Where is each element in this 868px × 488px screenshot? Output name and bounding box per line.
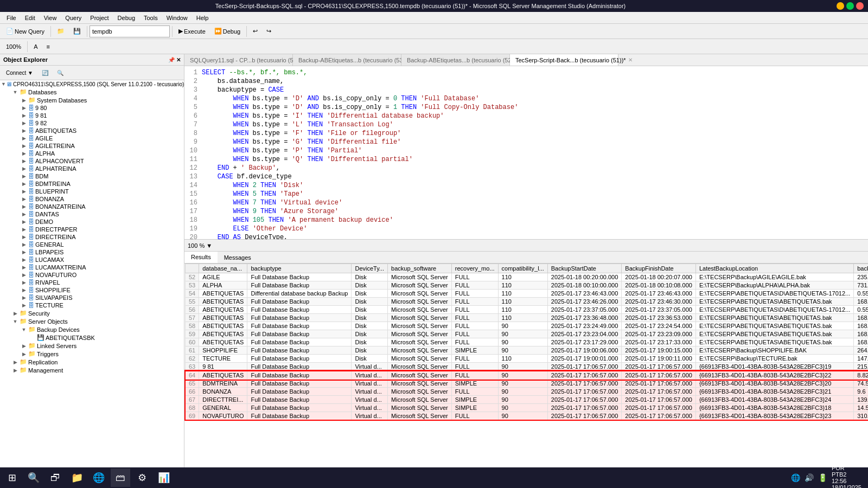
tree-db-rivapel[interactable]: ▶🗄RIVAPEL <box>0 279 184 286</box>
clock-date[interactable]: POR PTB2 12:56 18/01/2025 <box>832 465 861 488</box>
oe-connect-button[interactable]: Connect ▼ <box>2 67 37 79</box>
linked-servers-expander[interactable]: ▶ <box>20 343 28 349</box>
menu-window[interactable]: Window <box>162 14 192 22</box>
tree-server-objects[interactable]: ▼ 📁 Server Objects <box>0 317 184 325</box>
tree-db-shoppilife[interactable]: ▶🗄SHOPPILIFE <box>0 286 184 294</box>
volume-icon[interactable]: 🔊 <box>805 473 814 482</box>
tree-db-abetiquetas[interactable]: ▶🗄ABETIQUETAS <box>0 127 184 134</box>
menu-file[interactable]: File <box>2 14 21 22</box>
tree-db-lbpapeis[interactable]: ▶🗄LBPAPEIS <box>0 248 184 256</box>
management-expander[interactable]: ▶ <box>11 368 20 373</box>
tree-db-alphatreina[interactable]: ▶🗄ALPHATREINA <box>0 165 184 172</box>
tab-backup2[interactable]: Backup-ABEtiquetas...b (tecusuario (52))… <box>401 54 510 66</box>
oe-refresh-button[interactable]: 🔄 <box>38 67 52 79</box>
menu-debug[interactable]: Debug <box>113 14 139 22</box>
close-button[interactable] <box>856 2 864 10</box>
menu-query[interactable]: Query <box>61 14 86 22</box>
tree-db-dantas[interactable]: ▶🗄DANTAS <box>0 210 184 218</box>
table-row[interactable]: 69NOVAFUTUROFull Database BackupVirtual … <box>185 412 868 421</box>
col-startdate[interactable]: BackupStartDate <box>547 264 622 273</box>
open-button[interactable]: 📁 <box>53 25 68 37</box>
table-row[interactable]: 65BDMTREINAFull Database BackupVirtual d… <box>185 380 868 388</box>
table-row[interactable]: 55ABETIQUETASFull Database BackupDiskMic… <box>185 298 868 306</box>
format-button[interactable]: A <box>30 41 41 53</box>
tree-linked-servers[interactable]: ▶ 📁 Linked Servers <box>0 342 184 350</box>
tab-tecserp[interactable]: TecSerp-Script-Back...b (tecusuario (51)… <box>510 54 618 66</box>
results-tab-results[interactable]: Results <box>184 252 218 263</box>
col-recovery[interactable]: recovery_mo... <box>451 264 498 273</box>
security-expander[interactable]: ▶ <box>11 311 20 316</box>
table-row[interactable]: 52AGILEFull Database BackupDiskMicrosoft… <box>185 273 868 281</box>
col-extra[interactable]: backup_ <box>854 264 868 273</box>
tree-db-novafuturo[interactable]: ▶🗄NOVAFUTURO <box>0 271 184 279</box>
table-row[interactable]: 60ABETIQUETASFull Database BackupDiskMic… <box>185 338 868 346</box>
tree-db-bonanzatreina[interactable]: ▶🗄BONANZATREINA <box>0 203 184 210</box>
tree-db-bdmtreina[interactable]: ▶🗄BDMTREINA <box>0 180 184 188</box>
col-compat[interactable]: compatibility_l... <box>498 264 547 273</box>
col-backuptype[interactable]: backuptype <box>247 264 352 273</box>
col-finishdate[interactable]: BackupFinishDate <box>622 264 696 273</box>
table-row[interactable]: 53ALPHAFull Database BackupDiskMicrosoft… <box>185 281 868 290</box>
menu-project[interactable]: Project <box>86 14 113 22</box>
table-row[interactable]: 59ABETIQUETASFull Database BackupDiskMic… <box>185 330 868 338</box>
results-tab-messages[interactable]: Messages <box>218 252 258 263</box>
tree-db-lucamax[interactable]: ▶🗄LUCAMAX <box>0 256 184 264</box>
tab-tecserp-close[interactable]: ✕ <box>628 57 633 63</box>
table-row[interactable]: 66BONANZAFull Database BackupVirtual d..… <box>185 388 868 396</box>
tree-databases[interactable]: ▼ 📁 Databases <box>0 88 184 96</box>
backup-devices-expander[interactable]: ▼ <box>20 327 28 332</box>
tree-db-directreina[interactable]: ▶🗄DIRECTREINA <box>0 233 184 241</box>
table-row[interactable]: 61SHOPPILIFEFull Database BackupDiskMicr… <box>185 346 868 355</box>
database-selector[interactable] <box>90 25 170 37</box>
tab-backup1[interactable]: Backup-ABEtiquetas...b (tecusuario (53))… <box>293 54 401 66</box>
table-row[interactable]: 62TECTUREFull Database BackupDiskMicroso… <box>185 355 868 363</box>
tab-sqlquery11[interactable]: SQLQuery11.sql - CP...b (tecusuario (54)… <box>184 54 293 66</box>
minimize-button[interactable] <box>837 2 844 10</box>
tree-db-silvapapeis[interactable]: ▶🗄SILVAPAPEIS <box>0 294 184 301</box>
tree-db-general[interactable]: ▶🗄GENERAL <box>0 241 184 248</box>
redo-button[interactable]: ↪ <box>263 25 275 37</box>
tree-security[interactable]: ▶ 📁 Security <box>0 309 184 317</box>
table-row[interactable]: 56ABETIQUETASFull Database BackupDiskMic… <box>185 306 868 314</box>
table-row[interactable]: 67DIRECTTREI...Full Database BackupVirtu… <box>185 396 868 404</box>
zoom-button[interactable]: 100% <box>2 41 25 53</box>
tree-server[interactable]: ▼ 🖥 CPRO46311\SQLEXPRESS,1500 (SQL Serve… <box>0 80 184 88</box>
new-query-button[interactable]: 📄 New Query <box>2 25 48 37</box>
maximize-button[interactable] <box>846 2 854 10</box>
databases-expander[interactable]: ▼ <box>11 89 20 95</box>
table-row[interactable]: 54ABETIQUETASDifferential database backu… <box>185 290 868 298</box>
sql-editor[interactable]: 1 SELECT --bs.*, bf.*, bms.*, 2 bs.datab… <box>184 66 868 240</box>
tree-db-directpaper[interactable]: ▶🗄DIRECTPAPER <box>0 226 184 233</box>
tree-db-agile[interactable]: ▶🗄AGILE <box>0 134 184 142</box>
table-row[interactable]: 57ABETIQUETASFull Database BackupDiskMic… <box>185 314 868 322</box>
tree-db-982[interactable]: ▶🗄9 82 <box>0 119 184 127</box>
menu-help[interactable]: Help <box>192 14 213 22</box>
start-button[interactable]: ⊞ <box>2 468 22 487</box>
tree-db-tecture[interactable]: ▶🗄TECTURE <box>0 301 184 309</box>
oe-filter-button[interactable]: 🔍 <box>53 67 67 79</box>
server-expander[interactable]: ▼ <box>1 81 6 87</box>
files-button[interactable]: 📁 <box>67 468 87 487</box>
tree-triggers[interactable]: ▶ 📁 Triggers <box>0 350 184 358</box>
system-dbs-expander[interactable]: ▶ <box>20 98 28 103</box>
settings-button[interactable]: ⚙ <box>132 468 152 487</box>
app2-button[interactable]: 📊 <box>154 468 174 487</box>
tree-abetiquetasbk[interactable]: 💾 ABETIQUETASBK <box>0 333 184 342</box>
execute-button[interactable]: ▶ Execute <box>175 25 209 37</box>
table-row[interactable]: 68GENERALFull Database BackupVirtual d..… <box>185 404 868 412</box>
menu-edit[interactable]: Edit <box>21 14 40 22</box>
tree-db-981[interactable]: ▶🗄9 81 <box>0 112 184 119</box>
tree-replication[interactable]: ▶ 📁 Replication <box>0 358 184 366</box>
ssms-button[interactable]: 🗃 <box>111 468 130 487</box>
table-row[interactable]: 58ABETIQUETASFull Database BackupDiskMic… <box>185 322 868 330</box>
taskview-button[interactable]: 🗗 <box>46 468 65 487</box>
search-taskbar-button[interactable]: 🔍 <box>24 468 43 487</box>
tree-db-agiletreina[interactable]: ▶🗄AGILETREINA <box>0 142 184 150</box>
indent-button[interactable]: ≡ <box>42 41 53 53</box>
triggers-expander[interactable]: ▶ <box>20 351 28 357</box>
tree-db-alphaconvert[interactable]: ▶🗄ALPHACONVERT <box>0 157 184 165</box>
debug-button[interactable]: ⏩ Debug <box>210 25 244 37</box>
results-grid[interactable]: database_na... backuptype DeviceTy... ba… <box>184 264 868 425</box>
menu-view[interactable]: View <box>40 14 61 22</box>
menu-tools[interactable]: Tools <box>139 14 162 22</box>
